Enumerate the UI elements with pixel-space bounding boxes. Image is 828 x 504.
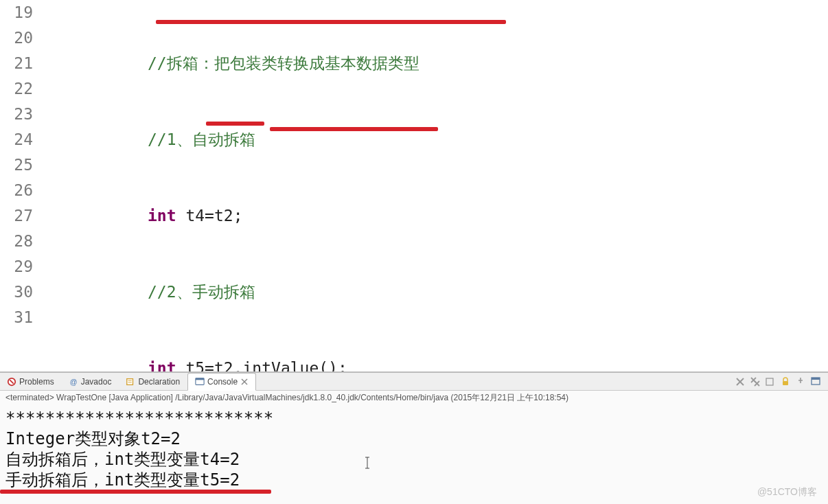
tab-label: Problems xyxy=(19,377,54,387)
annotation-underline xyxy=(270,127,438,131)
tab-javadoc[interactable]: @ Javadoc xyxy=(62,373,119,391)
tab-problems[interactable]: Problems xyxy=(0,373,62,391)
annotation-underline xyxy=(156,20,506,24)
svg-rect-7 xyxy=(196,378,204,380)
svg-rect-16 xyxy=(766,378,773,385)
svg-rect-17 xyxy=(783,381,788,385)
text-cursor-icon xyxy=(364,453,371,474)
svg-rect-3 xyxy=(127,378,133,385)
problems-icon xyxy=(7,377,16,387)
line-number: 25 xyxy=(0,152,33,178)
line-number: 30 xyxy=(0,279,33,305)
comment-text: //2、手动拆箱 xyxy=(148,283,255,301)
keyword: int xyxy=(148,207,176,225)
clear-console-icon[interactable] xyxy=(765,376,776,387)
code-text: ; xyxy=(338,359,347,371)
console-icon xyxy=(195,377,205,387)
code-line-19[interactable]: //拆箱：把包装类转换成基本数据类型 xyxy=(41,51,828,76)
line-number: 24 xyxy=(0,127,33,152)
tab-label: Console xyxy=(207,377,238,387)
code-content[interactable]: //拆箱：把包装类转换成基本数据类型 //1、自动拆箱 int t4=t2; /… xyxy=(41,0,828,371)
line-number: 22 xyxy=(0,76,33,102)
console-line: *************************** xyxy=(5,408,823,428)
tab-declaration[interactable]: Declaration xyxy=(119,373,187,391)
scroll-lock-icon[interactable] xyxy=(780,376,791,387)
svg-text:@: @ xyxy=(69,377,77,385)
remove-all-icon[interactable] xyxy=(750,376,761,387)
line-number: 23 xyxy=(0,102,33,127)
javadoc-icon: @ xyxy=(69,377,78,387)
declaration-icon xyxy=(126,377,135,387)
line-number-gutter: 19 20 21 22 23 24 25 26 27 28 29 30 31 xyxy=(0,0,41,371)
close-icon[interactable] xyxy=(240,378,249,386)
pin-console-icon[interactable] xyxy=(795,376,806,387)
console-line: 手动拆箱后，int类型变量t5=2 xyxy=(5,470,823,490)
keyword: int xyxy=(148,359,176,371)
watermark: @51CTO博客 xyxy=(757,486,817,499)
line-number: 19 xyxy=(0,0,33,25)
line-number: 21 xyxy=(0,51,33,76)
console-output[interactable]: *************************** Integer类型对象t… xyxy=(0,405,828,504)
line-number: 26 xyxy=(0,178,33,203)
view-tabs: Problems @ Javadoc Declaration Console xyxy=(0,373,828,391)
svg-rect-19 xyxy=(812,378,820,380)
line-number: 28 xyxy=(0,229,33,254)
comment-text: //1、自动拆箱 xyxy=(148,130,255,148)
code-text: . xyxy=(233,359,243,371)
console-toolbar xyxy=(735,376,828,387)
tab-label: Declaration xyxy=(138,377,180,387)
terminated-status: <terminated> WrapTestOne [Java Applicati… xyxy=(0,391,828,405)
annotation-underline xyxy=(0,490,271,494)
code-text: t2 xyxy=(214,359,233,371)
code-text: t4=t2; xyxy=(176,207,243,225)
console-line: Integer类型对象t2=2 xyxy=(5,428,823,449)
line-number: 20 xyxy=(0,25,33,51)
bottom-panel: Problems @ Javadoc Declaration Console xyxy=(0,371,828,504)
annotation-underline xyxy=(206,122,264,126)
tab-label: Javadoc xyxy=(81,377,112,387)
method-call: intValue() xyxy=(243,359,338,371)
remove-launch-icon[interactable] xyxy=(735,376,746,387)
code-line-21[interactable]: int t4=t2; xyxy=(41,203,828,229)
line-number: 31 xyxy=(0,305,33,330)
comment-text: //拆箱：把包装类转换成基本数据类型 xyxy=(148,54,419,72)
code-text: t5= xyxy=(176,359,214,371)
code-line-22[interactable]: //2、手动拆箱 xyxy=(41,279,828,305)
line-number: 27 xyxy=(0,203,33,229)
code-editor[interactable]: 19 20 21 22 23 24 25 26 27 28 29 30 31 /… xyxy=(0,0,828,371)
line-number: 29 xyxy=(0,254,33,279)
tab-console[interactable]: Console xyxy=(187,373,256,391)
console-line: 自动拆箱后，int类型变量t4=2 xyxy=(5,449,823,470)
code-line-23[interactable]: int t5=t2.intValue(); xyxy=(41,356,828,371)
display-selected-icon[interactable] xyxy=(810,376,821,387)
